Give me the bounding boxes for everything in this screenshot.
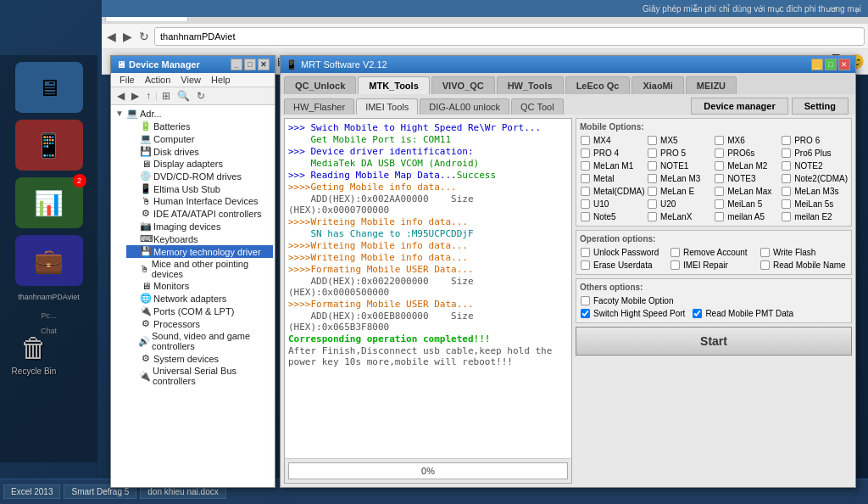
opt-melan-m1[interactable]: MeLan M1 <box>580 160 645 171</box>
dm-item-hid[interactable]: 🖱Human Interface Devices <box>126 195 273 207</box>
tab-hw-flasher[interactable]: HW_Flasher <box>284 98 354 115</box>
opt-remove-account[interactable]: Remove Account <box>670 247 758 258</box>
mobile-options-group: Mobile Options: MX4 MX5 MX6 PRO 6 PRO 4 … <box>576 118 852 227</box>
opt-melan-m3[interactable]: MeLan M3 <box>647 173 712 184</box>
opt-note2[interactable]: NOTE2 <box>781 160 848 171</box>
opt-mx6[interactable]: MX6 <box>714 135 779 146</box>
tab-vivo-qc[interactable]: VIVO_QC <box>431 76 495 94</box>
tab-qc-unlock[interactable]: QC_Unlock <box>284 76 356 94</box>
dm-maximize-btn[interactable]: □ <box>244 59 256 70</box>
device-manager-btn[interactable]: Device manager <box>691 98 787 115</box>
dm-item-display[interactable]: 🖥Display adapters <box>126 158 273 170</box>
opt-mx5[interactable]: MX5 <box>647 135 712 146</box>
dm-scan-btn[interactable]: 🔍 <box>175 89 192 103</box>
opt-factory-mobile[interactable]: Facoty Mobile Option <box>580 295 848 306</box>
dm-minimize-btn[interactable]: _ <box>231 59 242 70</box>
dm-item-monitors[interactable]: 🖥Monitors <box>126 280 273 292</box>
dm-menu-view[interactable]: View <box>175 74 206 86</box>
opt-pro6plus[interactable]: Pro6 Plus <box>781 148 848 159</box>
opt-note2cdma[interactable]: Note2(CDMA) <box>781 173 848 184</box>
dm-close-btn[interactable]: ✕ <box>258 59 270 70</box>
opt-melan-max[interactable]: MeLan Max <box>714 186 779 197</box>
dm-item-dvd[interactable]: 💿DVD/CD-ROM drives <box>126 170 273 182</box>
tab-leeco-qc[interactable]: LeEco Qc <box>565 76 631 94</box>
dm-item-network[interactable]: 🌐Network adapters <box>126 292 273 305</box>
opt-unlock-pwd[interactable]: Unlock Password <box>580 247 668 258</box>
mrt-maximize-btn[interactable]: □ <box>825 59 837 70</box>
opt-meilan5[interactable]: MeiLan 5 <box>714 199 779 210</box>
dm-item-ports[interactable]: 🔌Ports (COM & LPT) <box>126 305 273 317</box>
taskbar-excel[interactable]: Excel 2013 <box>3 484 60 499</box>
tab-mtk-tools[interactable]: MTK_Tools <box>358 76 429 94</box>
opt-metal-cdma[interactable]: Metal(CDMA) <box>580 186 645 197</box>
mac-icon-3[interactable]: 📊 2 <box>15 177 83 228</box>
mrt-log-content[interactable]: >>> Swich Mobile to Hight Speed Re\Wr Po… <box>285 119 571 458</box>
dm-item-sound[interactable]: 🔊Sound, video and game controllers <box>126 330 273 352</box>
dm-up-btn[interactable]: ↑ <box>143 89 153 103</box>
opt-switch-speed[interactable]: Switch Hight Speed Port <box>580 308 685 319</box>
opt-write-flash[interactable]: Write Flash <box>760 247 848 258</box>
dm-item-processors[interactable]: ⚙Processors <box>126 317 273 330</box>
opt-read-mobile-name[interactable]: Read Mobile Name <box>760 260 848 271</box>
opt-pro5[interactable]: PRO 5 <box>647 148 712 159</box>
dm-menu-help[interactable]: Help <box>206 74 236 86</box>
tab-dig-al00[interactable]: DIG-AL00 unlock <box>420 98 509 115</box>
opt-melanx[interactable]: MeLanX <box>647 211 712 222</box>
start-button[interactable]: Start <box>576 327 852 356</box>
dm-item-disk[interactable]: 💾Disk drives <box>126 145 273 158</box>
dm-tree-addr[interactable]: ▼ 💻 Adr... <box>113 107 273 120</box>
dm-item-eltima[interactable]: 📱Eltima Usb Stub <box>126 182 273 195</box>
opt-metal[interactable]: Metal <box>580 173 645 184</box>
dm-item-imaging[interactable]: 📷Imaging devices <box>126 220 273 232</box>
dm-refresh-btn[interactable]: ↻ <box>194 89 208 103</box>
opt-note1[interactable]: NOTE1 <box>647 160 712 171</box>
dm-tree[interactable]: ▼ 💻 Adr... 🔋Batteries 💻Computer 💾Disk dr… <box>111 105 275 487</box>
dm-item-ide[interactable]: ⚙IDE ATA/ATAPI controllers <box>126 207 273 220</box>
opt-pro4[interactable]: PRO 4 <box>580 148 645 159</box>
opt-note3[interactable]: NOTE3 <box>714 173 779 184</box>
opt-mx4[interactable]: MX4 <box>580 135 645 146</box>
opt-erase-userdata[interactable]: Erase Userdata <box>580 260 668 271</box>
opt-meilan-a5[interactable]: meilan A5 <box>714 211 779 222</box>
tab-imei-tools[interactable]: IMEI Tools <box>356 98 418 115</box>
tab-meizu[interactable]: MEIZU <box>686 76 737 94</box>
dm-forward-btn[interactable]: ▶ <box>129 89 142 103</box>
opt-read-pmt[interactable]: Read Mobile PMT Data <box>692 308 793 319</box>
mrt-minimize-btn[interactable]: _ <box>811 59 823 70</box>
dm-menu-action[interactable]: Action <box>140 74 176 86</box>
dm-item-memory[interactable]: 💾Memory technology driver <box>126 245 273 258</box>
opt-note5[interactable]: Note5 <box>580 211 645 222</box>
opt-meilan5s[interactable]: MeiLan 5s <box>781 199 848 210</box>
dm-item-mice[interactable]: 🖱Mice and other pointing devices <box>126 258 273 280</box>
log-line-13: ADD(HEX):0x0022000000 Size (HEX):0x00005… <box>288 276 568 298</box>
dm-menu-file[interactable]: File <box>114 74 140 86</box>
mac-icon-2[interactable]: 📱 <box>15 120 83 171</box>
setting-btn[interactable]: Setting <box>792 98 849 115</box>
tab-xiaomi[interactable]: XiaoMi <box>632 76 683 94</box>
mrt-close-btn[interactable]: ✕ <box>838 59 850 70</box>
dm-item-usb[interactable]: 🔌Universal Serial Bus controllers <box>126 365 273 387</box>
opt-pro6[interactable]: PRO 6 <box>781 135 848 146</box>
opt-melan-m2[interactable]: MeLan M2 <box>714 160 779 171</box>
tab-qc-tool[interactable]: QC Tool <box>511 98 564 115</box>
opt-melan-e[interactable]: MeLan E <box>647 186 712 197</box>
dm-item-batteries[interactable]: 🔋Batteries <box>126 120 273 132</box>
opt-u10[interactable]: U10 <box>580 199 645 210</box>
back-button[interactable]: ◀ <box>105 30 118 43</box>
opt-melan-m3s[interactable]: MeLan M3s <box>781 186 848 197</box>
mac-icon-4[interactable]: 💼 <box>15 235 83 286</box>
dm-item-system[interactable]: ⚙System devices <box>126 352 273 365</box>
address-bar[interactable] <box>154 27 865 46</box>
opt-u20[interactable]: U20 <box>647 199 712 210</box>
opt-imei-repair[interactable]: IMEI Repair <box>670 260 758 271</box>
opt-pro6s[interactable]: PRO6s <box>714 148 779 159</box>
tab-hw-tools[interactable]: HW_Tools <box>497 76 564 94</box>
dm-item-computer[interactable]: 💻Computer <box>126 132 273 145</box>
dm-back-btn[interactable]: ◀ <box>114 89 127 103</box>
forward-button[interactable]: ▶ <box>121 30 134 43</box>
dm-properties-btn[interactable]: ⊞ <box>159 89 173 103</box>
mac-icon-1[interactable]: 🖥 <box>15 62 83 113</box>
dm-item-keyboard[interactable]: ⌨Keyboards <box>126 232 273 245</box>
refresh-button[interactable]: ↻ <box>137 30 151 43</box>
opt-meilan-e2[interactable]: meilan E2 <box>781 211 848 222</box>
